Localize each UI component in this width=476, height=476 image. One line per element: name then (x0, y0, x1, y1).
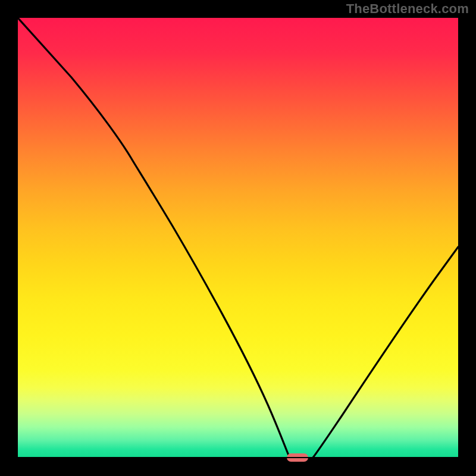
curve-svg (18, 18, 458, 458)
watermark-text: TheBottleneck.com (346, 1, 469, 17)
chart-container: TheBottleneck.com (0, 0, 476, 476)
x-axis-baseline (18, 457, 458, 458)
plot-area (18, 18, 458, 458)
bottleneck-curve (18, 18, 458, 458)
